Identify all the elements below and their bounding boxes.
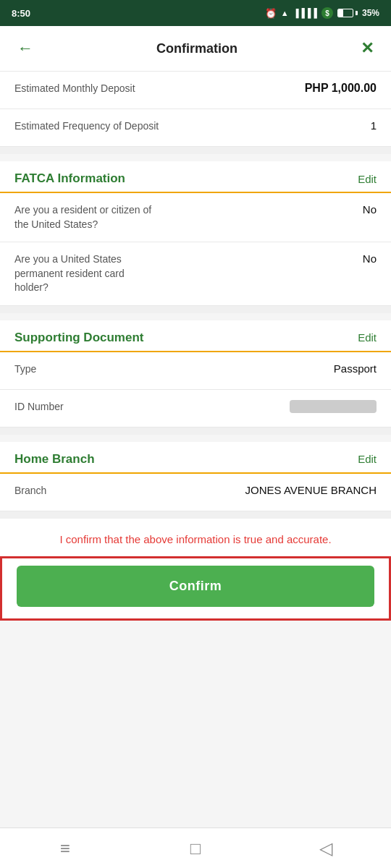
monthly-deposit-row: Estimated Monthly Deposit PHP 1,000.00 [0,72,391,109]
back-button[interactable]: ← [14,36,36,61]
monthly-deposit-value: PHP 1,000.00 [305,82,377,95]
fatca-resident-row: Are you a resident or citizen of the Uni… [0,193,391,242]
content-area: Estimated Monthly Deposit PHP 1,000.00 E… [0,72,391,830]
bottom-nav: ≡ □ ◁ [0,827,391,868]
home-branch-edit-button[interactable]: Edit [358,453,377,465]
supporting-doc-title: Supporting Document [14,331,143,345]
confirm-message-text: I confirm that the above information is … [59,533,331,545]
home-branch-section-header: Home Branch Edit [0,442,391,474]
fatca-title: FATCA Information [14,171,125,186]
fatca-permanent-label: Are you a United States permanent reside… [14,252,159,295]
battery-icon [337,9,358,17]
page-header: ← Confirmation ✕ [0,26,391,72]
status-time: 8:50 [12,8,30,19]
fatca-permanent-row: Are you a United States permanent reside… [0,242,391,306]
frequency-deposit-label: Estimated Frequency of Deposit [14,119,159,134]
confirm-message: I confirm that the above information is … [0,519,391,557]
supporting-doc-section-header: Supporting Document Edit [0,320,391,352]
battery-percent: 35% [362,8,379,18]
status-icons: ▐▐▐ $ 35% [265,7,379,19]
wifi-icon [281,8,289,18]
fatca-edit-button[interactable]: Edit [358,173,377,185]
fatca-section-header: FATCA Information Edit [0,161,391,193]
monthly-deposit-label: Estimated Monthly Deposit [14,82,159,96]
close-button[interactable]: ✕ [358,36,377,61]
fatca-permanent-value: No [363,252,377,265]
doc-type-value: Passport [334,362,377,375]
confirm-button-wrapper: Confirm [0,556,391,621]
confirm-button[interactable]: Confirm [17,566,374,607]
alarm-icon [265,8,277,19]
doc-type-row: Type Passport [0,352,391,390]
close-icon: ✕ [361,39,374,58]
fatca-resident-value: No [363,203,377,216]
branch-label: Branch [14,484,159,498]
gap-2 [0,306,391,313]
nav-menu-icon[interactable]: ≡ [51,834,80,863]
gap-4 [0,511,391,519]
frequency-deposit-row: Estimated Frequency of Deposit 1 [0,109,391,147]
home-branch-title: Home Branch [14,452,95,467]
signal-icon: ▐▐▐ [293,8,317,18]
gap-1 [0,147,391,154]
status-bar: 8:50 ▐▐▐ $ 35% [0,0,391,26]
nav-home-icon[interactable]: □ [181,834,210,863]
branch-row: Branch JONES AVENUE BRANCH [0,474,391,511]
doc-id-value [290,400,377,413]
nav-back-icon[interactable]: ◁ [311,834,340,863]
gap-3 [0,427,391,435]
supporting-doc-edit-button[interactable]: Edit [358,331,377,344]
fatca-resident-label: Are you a resident or citizen of the Uni… [14,203,159,231]
doc-id-label: ID Number [14,400,159,414]
frequency-deposit-value: 1 [371,119,377,132]
doc-type-label: Type [14,362,159,377]
back-arrow-icon: ← [17,39,33,58]
branch-value: JONES AVENUE BRANCH [245,484,377,496]
page-title: Confirmation [156,41,237,56]
doc-id-row: ID Number [0,390,391,427]
dollar-icon: $ [321,7,333,19]
